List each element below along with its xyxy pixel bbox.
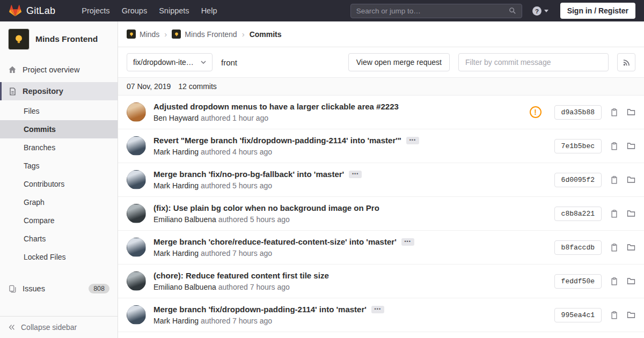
author-avatar[interactable]: [127, 136, 146, 156]
sidebar-item-charts[interactable]: Charts: [0, 230, 118, 248]
lightbulb-icon: [128, 31, 135, 38]
sidebar-item-label: Project overview: [23, 65, 79, 74]
commits-feed-button[interactable]: [617, 53, 635, 71]
sidebar-item-locked-files[interactable]: Locked Files: [0, 248, 118, 266]
nav-link-help[interactable]: Help: [195, 1, 223, 20]
commit-title-link[interactable]: (fix): Use plain bg color when no backgr…: [153, 203, 379, 212]
sidebar-item-repository[interactable]: Repository: [0, 82, 118, 100]
nav-link-snippets[interactable]: Snippets: [153, 1, 195, 20]
sidebar-item-graph[interactable]: Graph: [0, 193, 118, 211]
browse-files-button[interactable]: [627, 209, 635, 218]
view-open-merge-request-button[interactable]: View open merge request: [348, 53, 450, 71]
expand-commit-message-button[interactable]: [401, 238, 414, 246]
commits-date: 07 Nov, 2019: [127, 82, 171, 91]
copy-sha-button[interactable]: [610, 210, 618, 218]
author-avatar[interactable]: [127, 204, 146, 223]
commit-sha[interactable]: c8b8a221: [554, 207, 602, 221]
commit-meta: Mark Harding authored 4 hours ago: [153, 148, 547, 156]
copy-sha-button[interactable]: [610, 142, 618, 150]
commit-author-link[interactable]: Ben Hayward: [153, 114, 199, 122]
sidebar-item-compare[interactable]: Compare: [0, 211, 118, 230]
breadcrumb-current: Commits: [250, 30, 282, 39]
author-avatar[interactable]: [127, 271, 146, 291]
commit-title-link[interactable]: Merge branch 'chore/reduce-featured-cont…: [153, 237, 397, 246]
author-avatar[interactable]: [127, 170, 146, 189]
commit-title-link[interactable]: Adjusted dropdown menus to have a larger…: [153, 102, 399, 111]
commit-author-link[interactable]: Emiliano Balbuena: [153, 215, 216, 224]
commit-sha[interactable]: 6d0095f2: [554, 173, 602, 187]
nav-link-groups[interactable]: Groups: [116, 1, 153, 20]
browse-files-button[interactable]: [627, 277, 635, 285]
sidebar-item-tags[interactable]: Tags: [0, 157, 118, 175]
primary-nav: Projects Groups Snippets Help: [76, 1, 223, 20]
commit-actions: 7e1b5bec: [554, 139, 635, 153]
commit-title-link[interactable]: Revert "Merge branch 'fix/dropdown-paddi…: [153, 136, 401, 145]
collapse-sidebar-button[interactable]: Collapse sidebar: [0, 316, 118, 338]
commit-sha[interactable]: d9a35b88: [554, 105, 602, 120]
sidebar-item-issues[interactable]: Issues 808: [0, 279, 118, 298]
sidebar-item-project-overview[interactable]: Project overview: [0, 61, 118, 79]
pipeline-warning-icon[interactable]: [530, 106, 541, 118]
folder-icon: [627, 277, 635, 285]
copy-sha-button[interactable]: [610, 108, 618, 116]
filter-commit-message-input[interactable]: [458, 53, 609, 71]
copy-sha-button[interactable]: [610, 311, 618, 319]
commit-main: Revert "Merge branch 'fix/dropdown-paddi…: [153, 136, 547, 156]
commit-meta: Ben Hayward authored 1 hour ago: [153, 114, 522, 122]
help-dropdown[interactable]: ?: [532, 6, 548, 16]
commit-title-link[interactable]: Merge branch 'fix/dropdown-padding-2114'…: [153, 305, 367, 314]
expand-commit-message-button[interactable]: [406, 137, 419, 144]
brand-text: GitLab: [26, 5, 55, 17]
gitlab-home-link[interactable]: GitLab: [9, 4, 55, 17]
branch-selector-dropdown[interactable]: fix/dropdown-ite…: [127, 53, 213, 71]
sign-in-button[interactable]: Sign in / Register: [560, 3, 635, 19]
breadcrumb-group-link[interactable]: Minds: [127, 30, 159, 39]
commit-author-link[interactable]: Emiliano Balbuena: [153, 283, 216, 291]
chevron-down-icon: [544, 10, 548, 12]
sidebar-item-files[interactable]: Files: [0, 102, 118, 120]
commit-actions: c8b8a221: [554, 207, 635, 221]
copy-sha-button[interactable]: [610, 244, 618, 252]
commit-sha[interactable]: 7e1b5bec: [554, 139, 602, 153]
sidebar-item-contributors[interactable]: Contributors: [0, 175, 118, 193]
commit-row: Revert "Merge branch 'fix/dropdown-paddi…: [118, 129, 644, 163]
commit-sha[interactable]: feddf50e: [554, 274, 602, 289]
gitlab-app: GitLab Projects Groups Snippets Help ? S…: [0, 0, 644, 338]
commit-actions: d9a35b88: [530, 105, 635, 120]
commit-author-link[interactable]: Mark Harding: [153, 317, 199, 325]
commit-sha[interactable]: b8faccdb: [554, 240, 602, 255]
sidebar-nav: Project overview Repository Files Commit…: [0, 61, 118, 298]
sidebar-item-branches[interactable]: Branches: [0, 138, 118, 157]
browse-files-button[interactable]: [627, 142, 635, 150]
search-input[interactable]: [356, 7, 509, 15]
commit-title-link[interactable]: Merge branch 'fix/no-pro-bg-fallback' in…: [153, 170, 344, 179]
commit-author-link[interactable]: Mark Harding: [153, 148, 199, 156]
copy-sha-button[interactable]: [610, 277, 618, 285]
global-search-box[interactable]: [350, 4, 522, 18]
project-header-link[interactable]: Minds Frontend: [0, 21, 118, 56]
sidebar-item-label: Repository: [23, 87, 63, 95]
commit-author-link[interactable]: Mark Harding: [153, 249, 199, 258]
browse-files-button[interactable]: [627, 311, 635, 319]
commit-meta: Emiliano Balbuena authored 7 hours ago: [153, 283, 547, 291]
copy-sha-button[interactable]: [610, 176, 618, 184]
commit-author-link[interactable]: Mark Harding: [153, 181, 199, 190]
browse-files-button[interactable]: [627, 108, 635, 116]
breadcrumb-project-link[interactable]: Minds Frontend: [172, 30, 237, 39]
browse-files-button[interactable]: [627, 243, 635, 252]
commit-title-link[interactable]: (chore): Reduce featured content first t…: [153, 271, 329, 280]
nav-link-projects[interactable]: Projects: [76, 1, 115, 20]
commit-time: authored 7 hours ago: [201, 317, 272, 325]
question-circle-icon: ?: [532, 6, 542, 16]
sidebar-item-commits[interactable]: Commits: [0, 120, 118, 138]
expand-commit-message-button[interactable]: [371, 306, 384, 313]
commit-sha[interactable]: 995ea4c1: [554, 308, 602, 322]
author-avatar[interactable]: [127, 102, 146, 122]
browse-files-button[interactable]: [627, 175, 635, 184]
author-avatar[interactable]: [127, 305, 146, 325]
commit-actions: feddf50e: [554, 274, 635, 289]
double-chevron-left-icon: [8, 324, 16, 331]
clipboard-icon: [610, 277, 618, 285]
expand-commit-message-button[interactable]: [349, 171, 362, 178]
author-avatar[interactable]: [127, 238, 146, 257]
